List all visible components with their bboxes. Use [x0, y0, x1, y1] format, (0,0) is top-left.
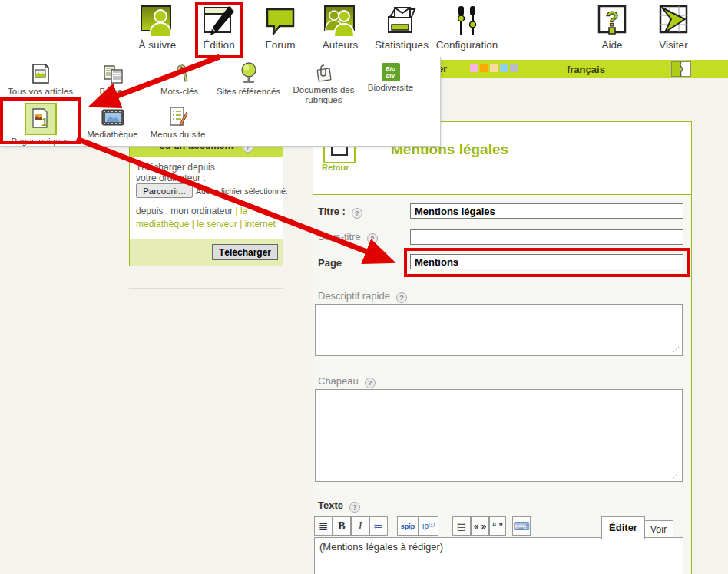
list-button[interactable]: ≔: [369, 516, 388, 536]
unique-page-icon: 1: [25, 103, 57, 135]
browse-button[interactable]: Parcourir...: [136, 183, 193, 198]
people-icon: [323, 5, 358, 38]
titre-input[interactable]: [410, 203, 683, 219]
menu-item-label: Mediathèque: [76, 130, 149, 140]
upload-intro-line1: Télécharger depuis: [136, 162, 215, 173]
download-button[interactable]: Télécharger: [212, 244, 278, 260]
texte-label: Texte?: [318, 500, 360, 513]
toolbar-item-a-suivre[interactable]: À suivre: [123, 5, 192, 58]
news-pages-icon: [102, 64, 125, 84]
tools-icon: [449, 5, 485, 38]
help-icon[interactable]: ?: [396, 292, 407, 303]
top-border-line: [0, 2, 728, 2]
chapeau-textarea[interactable]: [315, 389, 683, 482]
menu-item-label: Brèves: [77, 87, 150, 97]
quotes-button[interactable]: “ ”: [489, 516, 506, 536]
toolbar-label: Configuration: [429, 39, 505, 51]
toolbar-item-edition[interactable]: Édition: [184, 5, 253, 58]
menu-item-mediatheque[interactable]: Mediathèque: [76, 107, 149, 140]
menu-item-breves[interactable]: Brèves: [77, 64, 150, 97]
upload-box-footer: Télécharger: [130, 239, 283, 266]
divider-line: [129, 288, 283, 289]
menu-item-menus-du-site[interactable]: Menus du site: [141, 106, 214, 140]
menu-item-pages-uniques[interactable]: 1 Pages uniques: [4, 103, 77, 147]
menu-item-mots-cles[interactable]: Mots-clés: [143, 63, 216, 97]
chapeau-label: Chapeau?: [318, 375, 376, 388]
sous-titre-input[interactable]: [410, 229, 683, 245]
keyboard-button[interactable]: ⌨: [512, 516, 531, 536]
titre-label: Titre :?: [318, 206, 362, 219]
page-label: Page: [318, 257, 342, 269]
help-icon[interactable]: ?: [365, 378, 376, 388]
menu-item-documents-rubriques[interactable]: Documents des rubriques: [287, 63, 360, 105]
toolbar-label: À suivre: [123, 39, 192, 51]
link-serveur[interactable]: le serveur: [197, 219, 237, 229]
italic-button[interactable]: I: [351, 516, 369, 536]
spip-admin-screen: À suivre Édition Forum Auteurs: [0, 0, 728, 574]
article-image-icon: [31, 63, 51, 84]
menu-item-biodiversite[interactable]: Biodiv Biodiversite: [354, 63, 427, 93]
theme-swatch[interactable]: [490, 64, 498, 72]
theme-swatch[interactable]: [510, 64, 518, 72]
toolbar-label: Visiter: [639, 39, 708, 51]
back-link[interactable]: Retour: [322, 163, 349, 172]
toolbar-label: Aide: [577, 39, 647, 51]
toolbar-item-auteurs[interactable]: Auteurs: [306, 5, 375, 58]
guillemets-button[interactable]: « »: [471, 516, 489, 536]
toolbar-item-statistiques[interactable]: Statistiques: [367, 5, 436, 58]
theme-swatch[interactable]: [500, 64, 508, 72]
help-icon[interactable]: ?: [367, 233, 378, 244]
menu-item-sites-references[interactable]: Sites référencés: [212, 61, 285, 97]
help-icon[interactable]: ?: [352, 208, 362, 219]
toolbar-item-configuration[interactable]: Configuration: [429, 5, 505, 58]
theme-swatch[interactable]: [480, 64, 488, 72]
book-pages-icon[interactable]: [671, 61, 691, 77]
link-internet[interactable]: internet: [245, 219, 276, 229]
page-input[interactable]: [410, 254, 683, 269]
theme-swatch[interactable]: [470, 64, 478, 72]
person-icon: [140, 5, 175, 38]
bold-button[interactable]: B: [333, 516, 351, 536]
sous-titre-label: Sous-titre?: [318, 231, 378, 244]
biodiv-icon: Biodiv: [382, 63, 400, 81]
intertitre-button[interactable]: ≣: [314, 516, 333, 536]
paragraph-button[interactable]: ▤: [452, 516, 471, 536]
menu-item-label: Menus du site: [141, 130, 214, 140]
toolbar-item-visiter[interactable]: Visiter: [639, 5, 708, 58]
upload-document-box: ou un document ? Télécharger depuis votr…: [129, 134, 283, 266]
filmstrip-icon: [101, 107, 125, 127]
descriptif-textarea[interactable]: [315, 304, 683, 356]
edition-dropdown-menu: Tous vos articles Brèves Mots-clés: [0, 57, 441, 147]
language-selector[interactable]: français: [567, 64, 605, 75]
no-file-text: Aucun fichier sélectionné.: [196, 186, 288, 196]
visit-arrow-icon: [656, 5, 691, 38]
svg-text:1: 1: [41, 116, 48, 128]
stats-mail-icon: [384, 5, 419, 38]
help-icon[interactable]: ?: [349, 502, 360, 513]
question-icon: ?: [594, 5, 630, 38]
wrench-icon: [170, 63, 189, 84]
speech-bubble-icon: [263, 5, 298, 38]
menu-item-tous-vos-articles[interactable]: Tous vos articles: [4, 63, 77, 97]
toolbar-label: Auteurs: [306, 39, 375, 51]
footnote-button[interactable]: ıp⁽¹⁾: [419, 516, 438, 536]
toolbar-item-aide[interactable]: ? Aide: [577, 5, 647, 58]
menu-item-label: Biodiversite: [354, 83, 427, 93]
menu-item-label: Documents des rubriques: [287, 85, 360, 105]
spip-shortcuts-button[interactable]: spip: [397, 516, 419, 536]
menu-item-label: Pages uniques: [4, 137, 77, 147]
menu-item-label: Tous vos articles: [4, 87, 77, 97]
source-current: depuis : mon ordinateur: [136, 206, 233, 216]
globe-icon: [239, 61, 259, 84]
toolbar-label: Forum: [246, 39, 315, 51]
pen-icon: [201, 5, 237, 38]
menu-pencil-icon: [168, 106, 188, 127]
menu-item-label: Sites référencés: [212, 87, 285, 97]
upload-intro-line2: votre ordinateur :: [136, 173, 206, 183]
descriptif-label: Descriptif rapide?: [318, 290, 407, 303]
texte-textarea[interactable]: [314, 537, 683, 574]
toolbar-label: Statistiques: [367, 39, 436, 51]
toolbar-label: Édition: [184, 39, 253, 51]
tab-editer[interactable]: Éditer: [601, 516, 645, 539]
toolbar-item-forum[interactable]: Forum: [246, 5, 315, 58]
